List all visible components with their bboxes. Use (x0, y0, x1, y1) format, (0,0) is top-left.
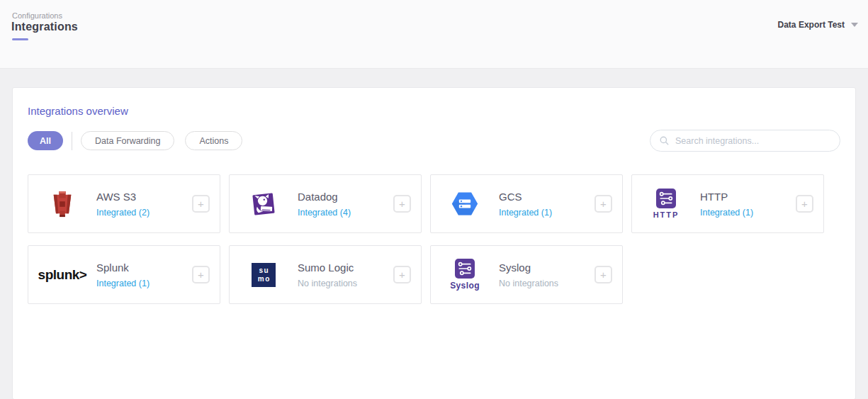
integration-status: No integrations (499, 279, 594, 288)
search-input[interactable] (675, 136, 831, 146)
http-icon-label: HTTP (653, 210, 680, 219)
plus-icon: + (801, 198, 808, 209)
integration-status[interactable]: Integrated (4) (298, 208, 393, 218)
integration-card-sumo-logic[interactable]: su mo Sumo Logic No integrations + (229, 245, 422, 304)
title-underline (12, 38, 28, 40)
integration-title: Syslog (499, 262, 594, 274)
gcs-icon (431, 191, 499, 217)
plus-icon: + (399, 269, 405, 280)
integration-card-http[interactable]: HTTP HTTP Integrated (1) + (631, 174, 824, 233)
plus-icon: + (600, 269, 607, 280)
filter-divider (72, 132, 72, 150)
syslog-icon-label: Syslog (450, 281, 480, 291)
integration-status[interactable]: Integrated (1) (96, 279, 192, 288)
integration-cards-grid: AWS S3 Integrated (2) + (28, 174, 824, 304)
account-selector-label: Data Export Test (778, 20, 845, 30)
add-integration-button[interactable]: + (393, 266, 411, 283)
top-header: Configurations Integrations Data Export … (0, 0, 868, 69)
filter-actions[interactable]: Actions (185, 131, 242, 150)
chevron-down-icon (851, 23, 858, 27)
add-integration-button[interactable]: + (192, 195, 210, 213)
add-integration-button[interactable]: + (192, 266, 210, 283)
splunk-logo: splunk> (28, 267, 96, 283)
integration-status[interactable]: Integrated (2) (96, 208, 192, 218)
integration-title: GCS (499, 191, 594, 203)
add-integration-button[interactable]: + (594, 266, 612, 283)
splunk-wordmark: splunk> (38, 267, 87, 283)
account-selector[interactable]: Data Export Test (778, 20, 858, 30)
panel-title: Integrations overview (28, 105, 128, 117)
integration-title: Sumo Logic (298, 262, 393, 274)
search-box (650, 130, 840, 152)
plus-icon: + (600, 198, 607, 209)
plus-icon: + (198, 269, 204, 280)
integration-card-syslog[interactable]: Syslog Syslog No integrations + (430, 245, 623, 304)
aws-s3-icon (28, 191, 96, 218)
sumo-logic-logo-box: su mo (252, 263, 276, 287)
integration-title: Splunk (96, 262, 192, 274)
integration-status: No integrations (298, 279, 393, 288)
plus-icon: + (198, 198, 204, 209)
integration-card-gcs[interactable]: GCS Integrated (1) + (430, 174, 623, 233)
filter-data-forwarding[interactable]: Data Forwarding (81, 131, 174, 150)
sumo-logo-line2: mo (257, 275, 271, 283)
datadog-icon (230, 191, 298, 218)
integration-card-aws-s3[interactable]: AWS S3 Integrated (2) + (28, 174, 220, 233)
integration-status[interactable]: Integrated (1) (700, 208, 796, 218)
integration-card-splunk[interactable]: splunk> Splunk Integrated (1) + (28, 245, 220, 304)
integration-status[interactable]: Integrated (1) (499, 208, 594, 218)
search-icon (659, 135, 670, 146)
filter-all[interactable]: All (28, 131, 63, 150)
filter-row: All Data Forwarding Actions (28, 131, 242, 150)
integration-title: HTTP (700, 191, 796, 203)
add-integration-button[interactable]: + (393, 195, 411, 213)
integration-card-datadog[interactable]: Datadog Integrated (4) + (229, 174, 422, 233)
sumo-logic-logo: su mo (230, 263, 298, 287)
add-integration-button[interactable]: + (796, 195, 813, 213)
breadcrumb: Configurations (12, 11, 62, 20)
integration-title: Datadog (298, 191, 393, 203)
integration-title: AWS S3 (96, 191, 192, 203)
http-icon: HTTP (632, 189, 700, 219)
page-title: Integrations (11, 21, 78, 33)
syslog-icon: Syslog (431, 259, 499, 291)
plus-icon: + (399, 198, 405, 209)
sumo-logo-line1: su (258, 266, 269, 275)
add-integration-button[interactable]: + (594, 195, 612, 213)
integrations-panel: Integrations overview All Data Forwardin… (12, 87, 856, 399)
